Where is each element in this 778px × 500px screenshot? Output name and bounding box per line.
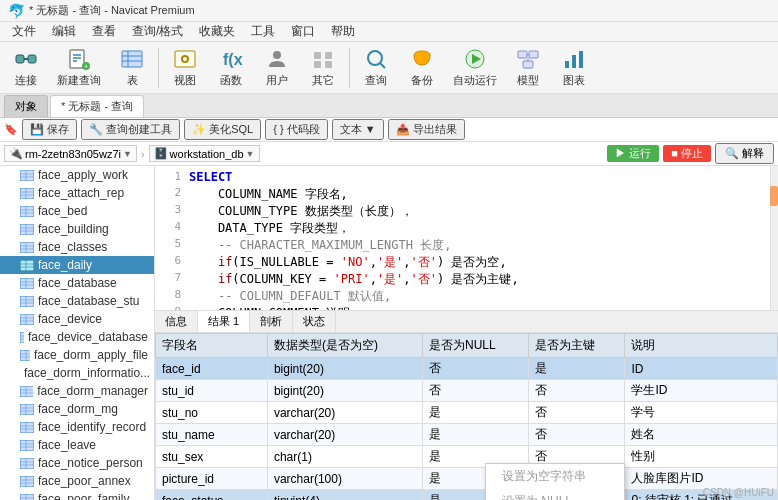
menu-bar: 文件 编辑 查看 查询/格式 收藏夹 工具 窗口 帮助 bbox=[0, 22, 778, 42]
svg-rect-32 bbox=[565, 61, 569, 68]
toolbar-divider-2 bbox=[349, 48, 350, 88]
sidebar-item-face-dorm-apply-file[interactable]: face_dorm_apply_file bbox=[0, 346, 154, 364]
toolbar-model[interactable]: 模型 bbox=[506, 45, 550, 91]
title-bar: 🐬 * 无标题 - 查询 - Navicat Premium bbox=[0, 0, 778, 22]
toolbar-view[interactable]: 视图 bbox=[163, 45, 207, 91]
sidebar-item-face-dorm-information[interactable]: face_dorm_informatio... bbox=[0, 364, 154, 382]
menu-tools[interactable]: 工具 bbox=[243, 21, 283, 42]
editor-scrollbar[interactable] bbox=[770, 166, 778, 311]
sidebar-item-face-poor-family[interactable]: face_poor_family bbox=[0, 490, 154, 500]
database-selector[interactable]: 🗄️ workstation_db ▼ bbox=[149, 145, 260, 162]
sidebar-item-face-daily[interactable]: face_daily bbox=[0, 256, 154, 274]
toolbar-new-query[interactable]: + 新建查询 bbox=[50, 45, 108, 91]
beautify-sql-button[interactable]: ✨ 美化SQL bbox=[184, 119, 261, 140]
sidebar-item-face-notice-person[interactable]: face_notice_person bbox=[0, 454, 154, 472]
code-line-7: 7 if(COLUMN_KEY = 'PRI','是','否') 是否为主键, bbox=[159, 271, 774, 288]
toolbar-other[interactable]: 其它 bbox=[301, 45, 345, 91]
sidebar-item-face-identify-record[interactable]: face_identify_record bbox=[0, 418, 154, 436]
table-header-row: 字段名 数据类型(是否为空) 是否为NULL 是否为主键 说明 bbox=[156, 334, 778, 358]
query-builder-button[interactable]: 🔧 查询创建工具 bbox=[81, 119, 180, 140]
svg-rect-9 bbox=[122, 51, 142, 67]
svg-rect-21 bbox=[325, 61, 332, 68]
result-tabs: 信息 结果 1 剖析 状态 bbox=[155, 311, 778, 333]
svg-text:+: + bbox=[84, 63, 88, 70]
table-row[interactable]: stu_no varchar(20) 是 否 学号 bbox=[156, 402, 778, 424]
sidebar-item-face-database[interactable]: face_database bbox=[0, 274, 154, 292]
export-result-button[interactable]: 📤 导出结果 bbox=[388, 119, 465, 140]
table-icon bbox=[20, 494, 34, 501]
result-tab-analysis[interactable]: 剖析 bbox=[250, 311, 293, 332]
svg-line-23 bbox=[380, 63, 385, 68]
table-icon bbox=[20, 188, 34, 199]
tab-object[interactable]: 对象 bbox=[4, 95, 48, 117]
ctx-set-null[interactable]: 设置为 NULL bbox=[486, 489, 624, 500]
sidebar-item-face-dorm-manager[interactable]: face_dorm_manager bbox=[0, 382, 154, 400]
text-button[interactable]: 文本 ▼ bbox=[332, 119, 384, 140]
toolbar-connect[interactable]: 连接 bbox=[4, 45, 48, 91]
table-icon bbox=[20, 476, 34, 487]
table-row[interactable]: face_status tinyint(4) 是 否 0: 待审核 1: 已通过 bbox=[156, 490, 778, 501]
code-snippet-button[interactable]: { } 代码段 bbox=[265, 119, 327, 140]
toolbar-backup-label: 备份 bbox=[411, 73, 433, 88]
sidebar-item-face-poor-annex[interactable]: face_poor_annex bbox=[0, 472, 154, 490]
table-row[interactable]: picture_id varchar(100) 是 否 人脸库图片ID bbox=[156, 468, 778, 490]
toolbar-view-label: 视图 bbox=[174, 73, 196, 88]
table-row[interactable]: stu_sex char(1) 是 否 性别 bbox=[156, 446, 778, 468]
ctx-set-empty-string[interactable]: 设置为空字符串 bbox=[486, 464, 624, 489]
sidebar-item-face-attach-rep[interactable]: face_attach_rep bbox=[0, 184, 154, 202]
table-row[interactable]: face_id bigint(20) 否 是 ID bbox=[156, 358, 778, 380]
sidebar-item-face-building[interactable]: face_building bbox=[0, 220, 154, 238]
toolbar-user-label: 用户 bbox=[266, 73, 288, 88]
toolbar-backup[interactable]: 备份 bbox=[400, 45, 444, 91]
svg-rect-33 bbox=[572, 55, 576, 68]
menu-view[interactable]: 查看 bbox=[84, 21, 124, 42]
sidebar-item-face-dorm-mg[interactable]: face_dorm_mg bbox=[0, 400, 154, 418]
connection-arrow-icon: ▼ bbox=[123, 149, 132, 159]
th-is-null: 是否为NULL bbox=[423, 334, 529, 358]
sidebar-item-face-apply-work[interactable]: face_apply_work bbox=[0, 166, 154, 184]
svg-rect-55 bbox=[20, 260, 34, 271]
table-icon bbox=[20, 458, 34, 469]
table-icon bbox=[20, 314, 34, 325]
run-button[interactable]: ▶ 运行 bbox=[607, 145, 659, 162]
table-icon bbox=[20, 260, 34, 271]
svg-rect-47 bbox=[20, 224, 34, 235]
code-line-8: 8 -- COLUMN_DEFAULT 默认值, bbox=[159, 288, 774, 305]
stop-button[interactable]: ■ 停止 bbox=[663, 145, 711, 162]
toolbar-divider-1 bbox=[158, 48, 159, 88]
connection-selector[interactable]: 🔌 rm-2zetn83n05wz7i ▼ bbox=[4, 145, 137, 162]
code-editor[interactable]: 1 SELECT 2 COLUMN_NAME 字段名, 3 COLUMN_TYP… bbox=[155, 166, 778, 311]
tab-query[interactable]: * 无标题 - 查询 bbox=[50, 95, 144, 117]
toolbar-table[interactable]: 表 bbox=[110, 45, 154, 91]
save-button[interactable]: 💾 保存 bbox=[22, 119, 77, 140]
result-tab-info[interactable]: 信息 bbox=[155, 311, 198, 332]
menu-file[interactable]: 文件 bbox=[4, 21, 44, 42]
table-row[interactable]: stu_id bigint(20) 否 否 学生ID bbox=[156, 380, 778, 402]
table-row[interactable]: stu_name varchar(20) 是 否 姓名 bbox=[156, 424, 778, 446]
menu-help[interactable]: 帮助 bbox=[323, 21, 363, 42]
toolbar-autorun[interactable]: 自动运行 bbox=[446, 45, 504, 91]
result-tab-status[interactable]: 状态 bbox=[293, 311, 336, 332]
menu-favorites[interactable]: 收藏夹 bbox=[191, 21, 243, 42]
toolbar-query[interactable]: 查询 bbox=[354, 45, 398, 91]
svg-rect-39 bbox=[20, 188, 34, 199]
toolbar-user[interactable]: 用户 bbox=[255, 45, 299, 91]
toolbar-function[interactable]: f(x) 函数 bbox=[209, 45, 253, 91]
result-tab-result1[interactable]: 结果 1 bbox=[198, 311, 250, 332]
menu-query-format[interactable]: 查询/格式 bbox=[124, 21, 191, 42]
menu-edit[interactable]: 编辑 bbox=[44, 21, 84, 42]
th-data-type: 数据类型(是否为空) bbox=[267, 334, 422, 358]
svg-rect-103 bbox=[20, 476, 34, 487]
explain-button[interactable]: 🔍 解释 bbox=[715, 143, 774, 164]
sidebar: face_apply_work face_attach_rep face_bed… bbox=[0, 166, 155, 500]
svg-rect-34 bbox=[579, 51, 583, 68]
sidebar-item-face-classes[interactable]: face_classes bbox=[0, 238, 154, 256]
menu-window[interactable]: 窗口 bbox=[283, 21, 323, 42]
result-table-wrap[interactable]: 字段名 数据类型(是否为空) 是否为NULL 是否为主键 说明 face_id … bbox=[155, 333, 778, 500]
toolbar-chart[interactable]: 图表 bbox=[552, 45, 596, 91]
sidebar-item-face-device[interactable]: face_device bbox=[0, 310, 154, 328]
sidebar-item-face-database-stu[interactable]: face_database_stu bbox=[0, 292, 154, 310]
sidebar-item-face-bed[interactable]: face_bed bbox=[0, 202, 154, 220]
sidebar-item-face-device-database[interactable]: face_device_database bbox=[0, 328, 154, 346]
sidebar-item-face-leave[interactable]: face_leave bbox=[0, 436, 154, 454]
